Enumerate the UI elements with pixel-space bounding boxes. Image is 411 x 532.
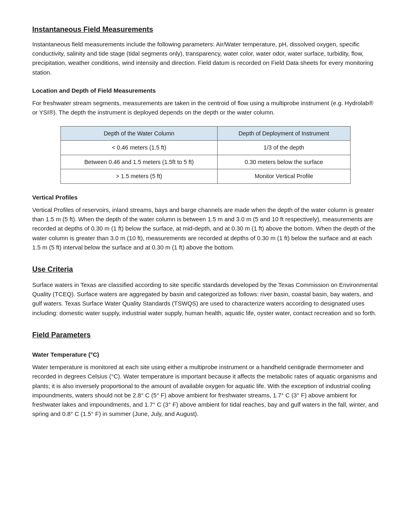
table-row: Between 0.46 and 1.5 meters (1.5ft to 5 … xyxy=(61,155,351,169)
use-criteria-heading: Use Criteria xyxy=(32,264,379,275)
table-row: > 1.5 meters (5 ft)Monitor Vertical Prof… xyxy=(61,169,351,183)
location-paragraph: For freshwater stream segments, measurem… xyxy=(32,98,379,117)
table-cell-r2-c1: Monitor Vertical Profile xyxy=(217,169,350,183)
table-cell-r0-c1: 1/3 of the depth xyxy=(217,141,350,155)
location-section-heading: Location and Depth of Field Measurements xyxy=(32,86,379,95)
use-criteria-paragraph: Surface waters in Texas are classified a… xyxy=(32,280,379,318)
intro-paragraph: Instantaneous field measurements include… xyxy=(32,39,379,77)
table-header-col2: Depth of Deployment of Instrument xyxy=(217,126,350,140)
table-cell-r1-c1: 0.30 meters below the surface xyxy=(217,155,350,169)
depth-table-container: Depth of the Water Column Depth of Deplo… xyxy=(32,126,379,184)
vertical-profiles-paragraph: Vertical Profiles of reservoirs, inland … xyxy=(32,205,379,252)
table-cell-r1-c0: Between 0.46 and 1.5 meters (1.5ft to 5 … xyxy=(61,155,218,169)
vertical-profiles-heading: Vertical Profiles xyxy=(32,193,379,202)
field-parameters-heading: Field Parameters xyxy=(32,330,379,341)
water-temp-subheading: Water Temperature (°C) xyxy=(32,350,379,359)
water-temp-paragraph: Water temperature is monitored at each s… xyxy=(32,362,379,419)
table-cell-r0-c0: < 0.46 meters (1.5 ft) xyxy=(61,141,218,155)
page-title: Instantaneous Field Measurements xyxy=(32,24,379,35)
table-row: < 0.46 meters (1.5 ft)1/3 of the depth xyxy=(61,141,351,155)
table-cell-r2-c0: > 1.5 meters (5 ft) xyxy=(61,169,218,183)
table-header-col1: Depth of the Water Column xyxy=(61,126,218,140)
depth-table: Depth of the Water Column Depth of Deplo… xyxy=(60,126,351,184)
